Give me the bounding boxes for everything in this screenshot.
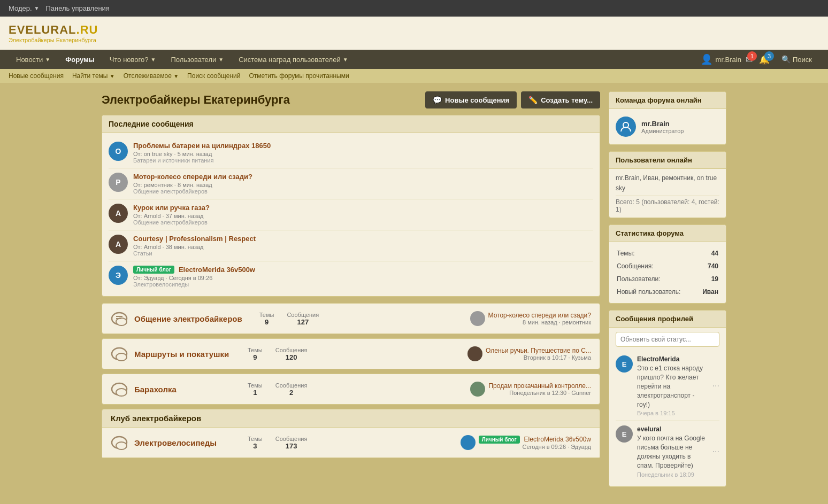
forum-title[interactable]: Электровелосипеды <box>134 438 231 447</box>
moder-chevron: ▼ <box>34 5 40 11</box>
nav-awards[interactable]: Система наград пользователей ▼ <box>231 50 355 69</box>
svg-point-7 <box>116 389 127 396</box>
avatar: Э <box>109 266 128 285</box>
moder-label: Модер. <box>9 4 32 12</box>
btn-row: 💬 Новые сообщения ✏️ Создать тему... <box>425 91 600 108</box>
nav-forums[interactable]: Форумы <box>58 50 102 69</box>
forum-last-title[interactable]: Мотор-колесо спереди или сзади? <box>488 312 591 319</box>
nav-whats-new-arrow: ▼ <box>150 57 156 63</box>
forum-title[interactable]: Маршруты и покатушки <box>134 350 231 359</box>
table-row: Новый пользователь: Иван <box>617 286 718 298</box>
new-messages-button[interactable]: 💬 Новые сообщения <box>425 91 517 108</box>
post-info: Личный блог ElectroMerida 36v500w От: Эд… <box>133 266 593 288</box>
sidebar: Команда форума онлайн mr.Brain Администр… <box>609 91 726 493</box>
nav-search[interactable]: 🔍 Поиск <box>774 50 819 69</box>
nav-whats-new[interactable]: Что нового? ▼ <box>102 50 164 69</box>
recent-posts-panel: Последние сообщения O Проблемы батареи н… <box>102 115 600 297</box>
last-avatar <box>470 382 485 397</box>
post-section: Батареи и источники питания <box>133 157 593 164</box>
forum-stats: Темы 1 Сообщения 2 <box>248 382 307 397</box>
message-more-button[interactable]: ··· <box>712 381 719 391</box>
forum-last-meta: Понедельник в 12:30 · Gunner <box>488 390 591 396</box>
forum-row: Барахолка Темы 1 Сообщения 2 Продам прок… <box>102 374 600 405</box>
moder-menu[interactable]: Модер. ▼ <box>9 4 39 12</box>
site-logo[interactable]: EVELURAL.RU Электробайкеры Екатеринбурга <box>9 23 98 43</box>
forum-group-title: Клуб электробайкеров <box>102 409 600 428</box>
message-more-button[interactable]: ··· <box>712 447 719 456</box>
stats-panel: Статистика форума Темы: 44 Сообщения: 74… <box>609 224 726 304</box>
post-meta: От: Эдуард · Сегодня в 09:26 <box>133 275 593 281</box>
online-total: Всего: 5 (пользователей: 4, гостей: 1) <box>616 196 719 213</box>
sub-nav-find-topics[interactable]: Найти темы ▼ <box>72 72 115 80</box>
post-title[interactable]: Courtesy | Professionalism | Respect <box>133 235 593 243</box>
profile-msg: E ElectroMerida Это с е1 стока народу пр… <box>616 351 719 421</box>
post-title[interactable]: Курок или ручка газа? <box>133 204 593 212</box>
table-row: Сообщения: 740 <box>617 260 718 272</box>
find-topics-arrow: ▼ <box>110 73 115 79</box>
forum-row: Общение электробайкеров Темы 9 Сообщения… <box>102 303 600 334</box>
page-title: Электробайкеры Екатеринбурга <box>102 93 290 107</box>
site-logo-title: EVELURAL.RU <box>9 23 98 37</box>
forum-last: Мотор-колесо спереди или сзади? 8 мин. н… <box>470 311 591 326</box>
topics-stat: Темы 9 <box>248 347 263 361</box>
posts-stat: Сообщения 173 <box>275 436 308 450</box>
main-nav: Новости ▼ Форумы Что нового? ▼ Пользоват… <box>0 50 828 69</box>
last-title-row: Личный блог ElectroMerida 36v500w <box>479 436 591 444</box>
sub-nav-mark-read[interactable]: Отметить форумы прочитанными <box>249 72 349 80</box>
last-avatar <box>470 311 485 326</box>
messages-icon[interactable]: ✉ 1 <box>746 55 753 65</box>
nav-user[interactable]: 👤 mr.Brain <box>701 53 741 65</box>
panel-label[interactable]: Панель управления <box>45 4 109 12</box>
list-item: O Проблемы батареи на цилиндрах 18650 От… <box>109 137 593 168</box>
forum-last-meta: Сегодня в 09:26 · Эдуард <box>479 444 591 450</box>
list-item: A Courtesy | Professionalism | Respect О… <box>109 230 593 261</box>
sub-nav-new-messages[interactable]: Новые сообщения <box>9 72 64 80</box>
post-title-row: Личный блог ElectroMerida 36v500w <box>133 266 593 274</box>
create-topic-button[interactable]: ✏️ Создать тему... <box>521 91 600 108</box>
forum-title[interactable]: Барахолка <box>134 385 231 394</box>
status-input[interactable] <box>616 332 719 347</box>
topics-stat: Темы 1 <box>248 382 263 397</box>
post-info: Проблемы батареи на цилиндрах 18650 От: … <box>133 142 593 164</box>
forum-icon <box>111 310 128 327</box>
post-title[interactable]: Проблемы батареи на цилиндрах 18650 <box>133 142 593 150</box>
post-title[interactable]: Мотор-колесо спереди или сзади? <box>133 173 593 181</box>
svg-point-5 <box>116 353 127 361</box>
team-member: mr.Brain Администратор <box>616 113 719 140</box>
recent-posts-body: O Проблемы батареи на цилиндрах 18650 От… <box>102 133 600 296</box>
nav-news-arrow: ▼ <box>45 57 50 63</box>
post-info: Курок или ручка газа? От: Arnold · 37 ми… <box>133 204 593 226</box>
posts-stat: Сообщения 2 <box>275 382 308 397</box>
forum-stats: Темы 9 Сообщения 120 <box>248 347 307 361</box>
profile-msg: E evelural У кого почта на Google письма… <box>616 421 719 482</box>
avatar: E <box>616 355 633 373</box>
forum-last-meta: 8 мин. назад · ремонтник <box>488 319 591 325</box>
post-title[interactable]: ElectroMerida 36v500w <box>179 266 255 274</box>
forum-icon <box>111 381 128 398</box>
nav-news[interactable]: Новости ▼ <box>9 50 58 69</box>
forum-row: Электровелосипеды Темы 3 Сообщения 173 <box>102 428 600 458</box>
alerts-icon[interactable]: 🔔 3 <box>759 55 770 65</box>
avatar: Р <box>109 173 128 192</box>
team-info: mr.Brain Администратор <box>641 120 684 134</box>
profile-messages-panel: Сообщения профилей E ElectroMerida Это с… <box>609 310 726 486</box>
users-online-panel: Пользователи онлайн mr.Brain, Иван, ремо… <box>609 151 726 218</box>
forum-last-title[interactable]: ElectroMerida 36v500w <box>524 436 591 443</box>
online-users-list: mr.Brain, Иван, ремонтник, on true sky <box>616 173 719 193</box>
sub-nav-search-posts[interactable]: Поиск сообщений <box>187 72 240 80</box>
forum-last: Продам прокачанный контролле... Понедель… <box>470 382 591 397</box>
messages-badge: 1 <box>747 51 757 61</box>
sub-nav-watched[interactable]: Отслеживаемое ▼ <box>124 72 179 80</box>
forum-last-title[interactable]: Оленьи ручьи. Путешествие по С... <box>486 347 591 354</box>
posts-stat: Сообщения 127 <box>287 312 319 326</box>
nav-users[interactable]: Пользователи ▼ <box>163 50 231 69</box>
svg-point-9 <box>116 442 127 449</box>
forum-title[interactable]: Общение электробайкеров <box>134 314 242 323</box>
forum-last-title[interactable]: Продам прокачанный контролле... <box>488 382 591 390</box>
create-topic-icon: ✏️ <box>528 96 538 104</box>
admin-bar: Модер. ▼ Панель управления <box>0 0 828 17</box>
table-row: Пользователи: 19 <box>617 273 718 285</box>
topics-stat: Темы 3 <box>248 436 263 450</box>
post-info: Courtesy | Professionalism | Respect От:… <box>133 235 593 257</box>
list-item: A Курок или ручка газа? От: Arnold · 37 … <box>109 199 593 230</box>
